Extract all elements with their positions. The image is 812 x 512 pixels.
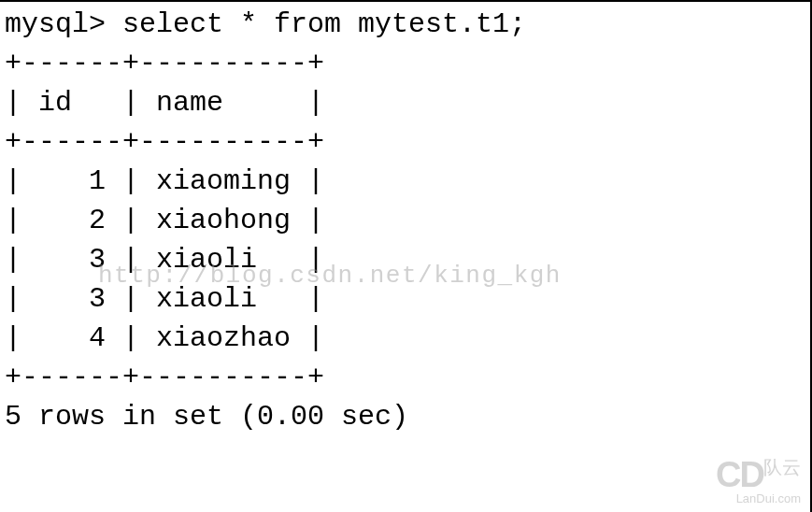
prompt: mysql> bbox=[5, 8, 106, 40]
table-row: | 1 | xiaoming | bbox=[5, 165, 324, 197]
table-row: | 3 | xiaoli | bbox=[5, 244, 324, 276]
table-border-bot: +------+----------+ bbox=[5, 362, 324, 393]
table-row: | 4 | xiaozhao | bbox=[5, 322, 324, 354]
status-line: 5 rows in set (0.00 sec) bbox=[5, 401, 408, 433]
table-border-top: +------+----------+ bbox=[5, 48, 324, 79]
corner-brand-cn: 队云 bbox=[763, 457, 801, 477]
corner-brand-domain: LanDui.com bbox=[736, 491, 801, 505]
corner-brand-symbol: CD bbox=[716, 455, 763, 494]
sql-command: select * from mytest.t1; bbox=[122, 8, 526, 40]
terminal-output: mysql> select * from mytest.t1; +------+… bbox=[5, 5, 805, 436]
corner-watermark: CD队云 LanDui.com bbox=[716, 457, 801, 505]
table-row: | 2 | xiaohong | bbox=[5, 205, 324, 236]
table-border-mid: +------+----------+ bbox=[5, 126, 324, 158]
table-row: | 3 | xiaoli | bbox=[5, 283, 324, 315]
table-header-row: | id | name | bbox=[5, 87, 324, 119]
